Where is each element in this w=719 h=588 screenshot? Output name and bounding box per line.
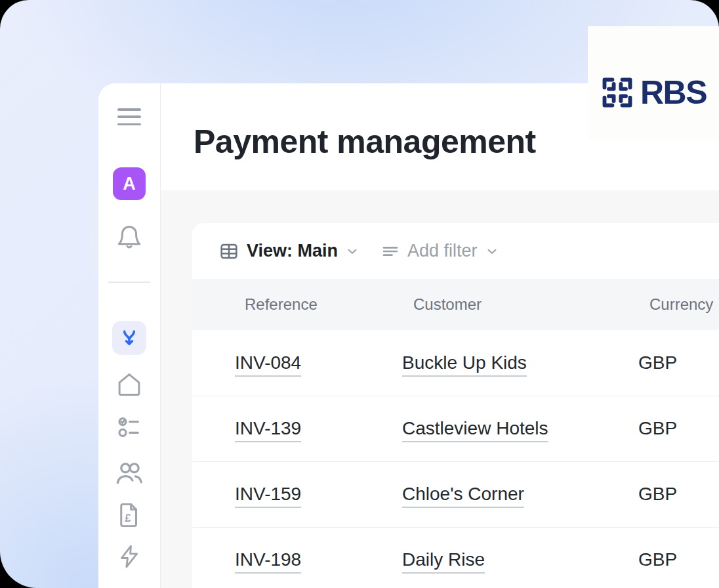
chevron-down-icon <box>345 244 360 259</box>
column-header-reference: Reference <box>192 279 402 330</box>
invoice-pound-icon: £ <box>115 501 143 529</box>
reference-link[interactable]: INV-084 <box>235 352 301 373</box>
view-selector-label: View: Main <box>247 241 338 261</box>
currency-value: GBP <box>638 549 677 570</box>
chevron-down-icon <box>485 244 499 259</box>
reference-link[interactable]: INV-139 <box>235 418 301 438</box>
column-header-customer: Customer <box>402 279 638 330</box>
hamburger-menu-icon[interactable] <box>116 107 142 127</box>
filter-lines-icon <box>380 242 400 261</box>
reference-link[interactable]: INV-159 <box>235 484 301 504</box>
column-header-currency: Currency <box>638 279 719 330</box>
table-card: View: Main <box>192 223 719 588</box>
sidebar-item-invoices[interactable]: £ <box>114 500 144 530</box>
table-row: INV-159 Chloe's Corner GBP <box>192 461 719 527</box>
add-filter-button[interactable]: Add filter <box>380 241 499 261</box>
sidebar: A <box>98 83 161 588</box>
content-area: View: Main <box>161 190 719 588</box>
table-row: INV-084 Buckle Up Kids GBP <box>192 330 719 396</box>
reference-link[interactable]: INV-198 <box>235 549 301 570</box>
customer-link[interactable]: Buckle Up Kids <box>402 352 527 373</box>
customer-link[interactable]: Chloe's Corner <box>402 484 524 504</box>
table-header-row: Reference Customer Currency <box>192 279 719 330</box>
brand-header: RBS <box>588 26 719 139</box>
view-selector[interactable]: View: Main <box>218 241 360 262</box>
customer-link[interactable]: Daily Rise <box>402 549 485 570</box>
workspace-avatar[interactable]: A <box>113 167 146 200</box>
bell-icon[interactable] <box>115 224 144 253</box>
add-filter-label: Add filter <box>407 241 478 261</box>
table-row: INV-139 Castleview Hotels GBP <box>192 396 719 461</box>
checklist-icon <box>116 414 142 440</box>
page-title: Payment management <box>194 123 536 161</box>
svg-text:£: £ <box>125 512 131 524</box>
sidebar-divider <box>108 282 150 283</box>
sidebar-item-actions[interactable] <box>114 541 144 572</box>
users-icon <box>114 458 144 488</box>
avatar-letter: A <box>123 174 136 194</box>
home-icon <box>115 371 143 398</box>
customer-link[interactable]: Castleview Hotels <box>402 418 548 438</box>
currency-value: GBP <box>638 418 677 438</box>
sidebar-item-home[interactable] <box>114 369 144 400</box>
app-window: A <box>98 83 719 588</box>
table-toolbar: View: Main <box>192 223 719 279</box>
rbs-daisy-logo-icon <box>600 75 634 110</box>
table-row: INV-198 Daily Rise GBP <box>192 527 719 588</box>
payments-table: Reference Customer Currency INV-084 Buck… <box>192 279 719 588</box>
sidebar-item-tasks[interactable] <box>114 412 144 442</box>
currency-value: GBP <box>638 352 677 373</box>
lightning-icon <box>116 543 142 570</box>
currency-value: GBP <box>638 484 677 504</box>
main-area: Payment management <box>161 83 719 588</box>
merge-icon <box>119 327 140 348</box>
brand-name: RBS <box>640 74 707 112</box>
page-background: RBS A <box>0 0 719 588</box>
table-view-icon <box>218 241 239 262</box>
sidebar-item-customers[interactable] <box>114 458 144 488</box>
sidebar-item-payments[interactable] <box>112 321 146 355</box>
